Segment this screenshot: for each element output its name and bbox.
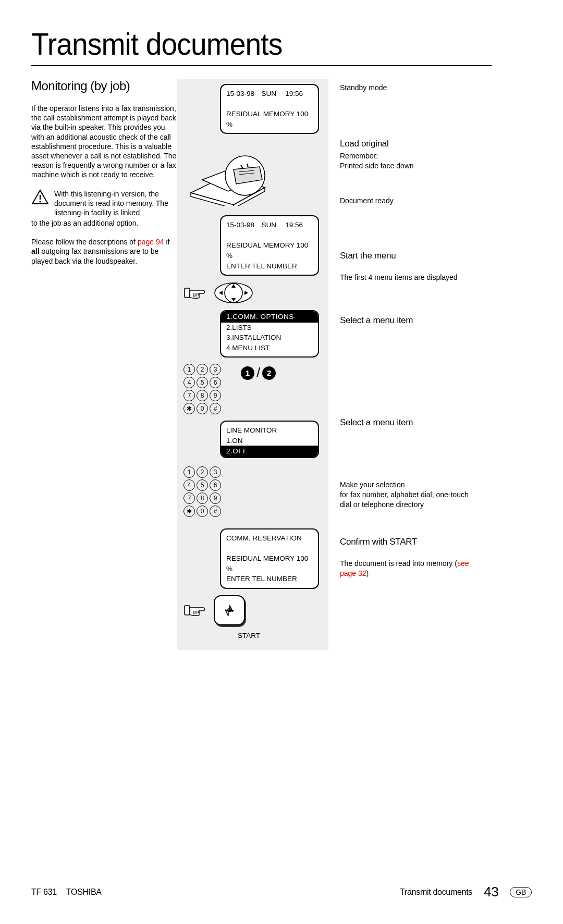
step-select-2: Select a menu item (340, 417, 474, 428)
brand-name: TOSHIBA (66, 888, 102, 897)
step-remember: Remember: (340, 151, 474, 161)
step-load-original: Load original (340, 139, 474, 149)
key[interactable]: 8 (197, 390, 208, 401)
lcd-screen-3: 1.COMM. OPTIONS 2.LISTS 3.INSTALLATION 4… (220, 310, 319, 358)
lcd-line: COMM. RESERVATION (226, 533, 313, 544)
num-circle-2: 2 (262, 366, 276, 380)
lcd-line: RESIDUAL MEMORY 100 % (226, 109, 313, 129)
key[interactable]: 7 (183, 492, 195, 504)
follow-paragraph: Please follow the descriptions of page 9… (31, 237, 177, 266)
page-link-94[interactable]: page 94 (138, 238, 164, 246)
text: Please follow the descriptions of (31, 238, 138, 246)
left-column: Monitoring (by job) If the operator list… (31, 79, 177, 650)
text: The document is read into memory ( (340, 559, 457, 568)
key[interactable]: 3 (210, 364, 221, 375)
key[interactable]: 9 (210, 492, 221, 504)
key[interactable]: 2 (197, 466, 208, 478)
step-start-menu: Start the menu (340, 251, 474, 261)
page-title: Transmit documents (31, 26, 492, 66)
key[interactable]: 4 (183, 377, 195, 388)
step-dial-options: for fax number, alphabet dial, one-touch… (340, 490, 474, 510)
keypad-2: 1 2 3 4 5 6 7 8 9 ✱ 0 # (183, 466, 221, 517)
key[interactable]: 6 (210, 479, 221, 491)
key[interactable]: 0 (197, 403, 208, 414)
lcd-line: LINE MONITOR (226, 425, 313, 436)
warning-continued: to the job as an additional option. (31, 218, 177, 228)
lcd-line: 15-03-98 SUN 19:56 (226, 89, 313, 99)
start-button[interactable] (214, 595, 245, 625)
subtitle: Monitoring (by job) (31, 79, 177, 93)
key[interactable]: 7 (183, 390, 195, 401)
svg-point-2 (39, 201, 41, 202)
middle-column: 15-03-98 SUN 19:56 RESIDUAL MEMORY 100 % (177, 79, 328, 650)
lcd-line: 1.ON (226, 436, 313, 446)
step-confirm-start: Confirm with START (340, 537, 474, 547)
text: ) (366, 569, 369, 577)
step-select-1: Select a menu item (340, 315, 474, 326)
key[interactable]: 0 (197, 506, 208, 517)
footer-section: Transmit documents (400, 888, 472, 897)
warning-block: With this listening-in version, the docu… (31, 189, 177, 218)
lcd-line: ENTER TEL NUMBER (226, 574, 313, 584)
pointing-hand-icon (183, 602, 206, 618)
svg-rect-17 (185, 606, 190, 615)
language-badge: GB (510, 887, 532, 897)
key[interactable]: 5 (197, 479, 208, 491)
pointing-hand-icon (183, 285, 206, 301)
key[interactable]: 1 (183, 466, 195, 478)
num-circle-1: 1 (241, 366, 254, 380)
lcd-line: ENTER TEL NUMBER (226, 261, 313, 272)
key[interactable]: 2 (197, 364, 208, 375)
key[interactable]: 5 (197, 377, 208, 388)
warning-icon (31, 189, 49, 205)
step-document-ready: Document ready (340, 196, 474, 206)
svg-rect-10 (185, 288, 190, 298)
select-numbers: 1 / 2 (241, 365, 276, 381)
footer: TF 631 TOSHIBA Transmit documents 43 GB (31, 884, 532, 900)
lcd-highlighted-line: 1.COMM. OPTIONS (221, 311, 318, 323)
model-number: TF 631 (31, 888, 57, 897)
key[interactable]: 8 (197, 492, 208, 504)
lcd-highlighted-line: 2.OFF (221, 446, 318, 457)
keypad-1: 1 2 3 4 5 6 7 8 9 ✱ 0 # (183, 364, 221, 414)
step-standby: Standby mode (340, 83, 474, 93)
lcd-line: RESIDUAL MEMORY 100 % (226, 240, 313, 261)
step-first4: The first 4 menu items are displayed (340, 273, 474, 282)
key[interactable]: 4 (183, 479, 195, 491)
step-make-selection: Make your selection (340, 480, 474, 490)
text: outgoing fax transmissions are to be pla… (31, 247, 158, 265)
key[interactable]: 9 (210, 390, 221, 401)
lcd-screen-2: 15-03-98 SUN 19:56 RESIDUAL MEMORY 100 %… (220, 215, 319, 276)
step-read-memory: The document is read into memory (see pa… (340, 559, 474, 578)
lcd-line: 3.INSTALLATION (226, 332, 313, 343)
start-icon (224, 605, 235, 616)
lcd-line: 4.MENU LIST (226, 343, 313, 353)
key[interactable]: 3 (210, 466, 221, 478)
fax-machine-illustration (187, 143, 280, 206)
lcd-line: RESIDUAL MEMORY 100 % (226, 553, 313, 574)
key[interactable]: # (210, 403, 221, 414)
warning-text: With this listening-in version, the docu… (54, 189, 177, 218)
emphasis-all: all (31, 247, 40, 255)
lcd-screen-1: 15-03-98 SUN 19:56 RESIDUAL MEMORY 100 % (220, 84, 319, 134)
step-printed-side: Printed side face down (340, 161, 474, 171)
key[interactable]: 6 (210, 377, 221, 388)
right-column: Standby mode Load original Remember: Pri… (328, 79, 474, 650)
text: if (164, 238, 170, 246)
key[interactable]: ✱ (183, 506, 195, 517)
lcd-screen-4: LINE MONITOR 1.ON 2.OFF (220, 421, 319, 458)
lcd-line: 15-03-98 SUN 19:56 (226, 220, 313, 230)
lcd-line: 2.LISTS (226, 323, 313, 333)
intro-paragraph: If the operator listens into a fax trans… (31, 104, 177, 180)
start-label: START (238, 632, 322, 639)
key[interactable]: # (210, 506, 221, 517)
dpad-icon (214, 282, 253, 304)
page-number: 43 (484, 884, 498, 900)
key[interactable]: ✱ (183, 403, 195, 414)
key[interactable]: 1 (183, 364, 195, 375)
lcd-screen-5: COMM. RESERVATION RESIDUAL MEMORY 100 % … (220, 528, 319, 589)
slash: / (256, 365, 260, 381)
